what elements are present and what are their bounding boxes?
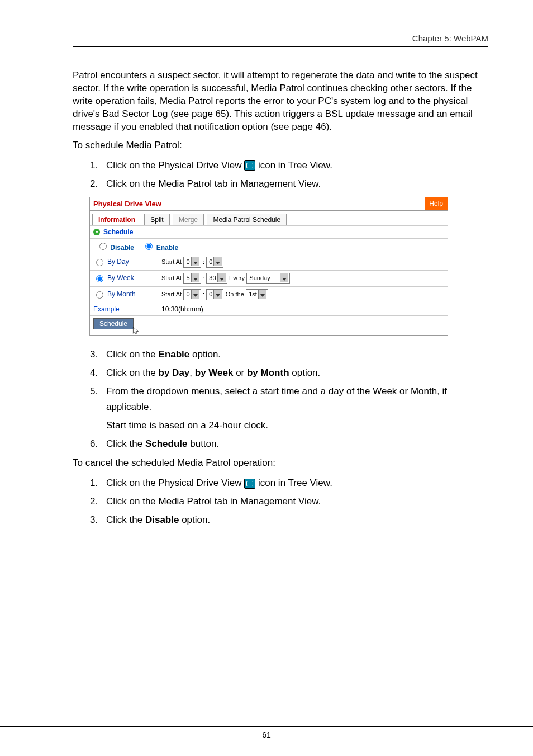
by-week-row: By Week Start At 5 : 30 Every Sunday — [90, 271, 448, 287]
by-day-row: By Day Start At 0 : 0 — [90, 254, 448, 271]
steps-list-b: Click on the Enable option. Click on the… — [73, 347, 488, 451]
week-hour-select[interactable]: 5 — [183, 273, 201, 284]
example-row: Example 10:30(hh:mm) — [90, 303, 448, 316]
by-month-option[interactable]: By Month — [93, 290, 136, 299]
chevron-down-icon — [213, 290, 222, 299]
cancel-step-3: Click the Disable option. — [101, 512, 488, 527]
week-min-select[interactable]: 30 — [206, 273, 227, 284]
tab-split[interactable]: Split — [144, 214, 169, 225]
disable-option[interactable]: Disable — [97, 244, 134, 252]
by-week-option[interactable]: By Week — [93, 273, 134, 282]
tabs-row: Information Split Merge Media Patrol Sch… — [90, 211, 448, 225]
by-day-option[interactable]: By Day — [93, 257, 129, 266]
step-4: Click on the by Day, by Week or by Month… — [101, 365, 488, 380]
cancel-step-2: Click on the Media Patrol tab in Managem… — [101, 494, 488, 509]
enable-disable-row: Disable Enable — [90, 238, 448, 254]
chevron-down-icon — [258, 290, 266, 299]
enable-option[interactable]: Enable — [142, 244, 178, 252]
schedule-button[interactable]: Schedule — [93, 318, 134, 329]
day-min-select[interactable]: 0 — [206, 257, 223, 268]
by-day-radio[interactable] — [96, 259, 103, 266]
day-hour-select[interactable]: 0 — [183, 257, 201, 268]
cursor-icon — [132, 326, 140, 336]
schedule-table: By Day Start At 0 : 0 By Week Start At 5… — [90, 254, 448, 315]
management-panel: Physical Drive View Help Information Spl… — [89, 197, 448, 336]
step-5: From the dropdown menus, select a start … — [101, 384, 488, 433]
step-5-note: Start time is based on a 24-hour clock. — [106, 418, 488, 433]
physical-drive-view-icon — [244, 479, 255, 489]
cancel-intro: To cancel the scheduled Media Patrol ope… — [73, 457, 488, 470]
steps-list-schedule: Click on the Physical Drive View icon in… — [73, 158, 488, 191]
by-week-radio[interactable] — [96, 275, 103, 282]
by-month-row: By Month Start At 0 : 0 On the 1st — [90, 287, 448, 303]
step-2: Click on the Media Patrol tab in Managem… — [101, 176, 488, 191]
enable-radio[interactable] — [145, 243, 153, 250]
panel-titlebar: Physical Drive View Help — [90, 197, 448, 211]
physical-drive-view-icon — [244, 160, 255, 171]
page-number: 61 — [262, 730, 271, 739]
schedule-intro: To schedule Media Patrol: — [73, 139, 488, 152]
disable-radio[interactable] — [99, 243, 107, 250]
tab-merge: Merge — [173, 214, 204, 225]
chevron-down-icon — [191, 257, 199, 266]
tab-information[interactable]: Information — [92, 214, 141, 225]
step-6: Click the Schedule button. — [101, 436, 488, 451]
page-header: Chapter 5: WebPAM — [73, 34, 488, 47]
cancel-step-1: Click on the Physical Drive View icon in… — [101, 475, 488, 490]
button-row: Schedule — [90, 315, 448, 335]
chapter-title: Chapter 5: WebPAM — [412, 34, 488, 43]
panel-title: Physical Drive View — [90, 197, 165, 210]
help-button[interactable]: Help — [425, 197, 448, 210]
chevron-down-icon — [213, 257, 222, 266]
schedule-section-header[interactable]: ▾ Schedule — [90, 225, 448, 238]
steps-list-cancel: Click on the Physical Drive View icon in… — [73, 475, 488, 528]
example-value: 10:30(hh:mm) — [158, 303, 448, 316]
step-1: Click on the Physical Drive View icon in… — [101, 158, 488, 173]
schedule-label: Schedule — [103, 228, 133, 236]
month-min-select[interactable]: 0 — [206, 289, 223, 300]
chevron-down-icon — [217, 273, 226, 282]
by-month-radio[interactable] — [96, 291, 103, 299]
chevron-down-icon — [280, 273, 288, 282]
chevron-down-icon — [191, 290, 199, 299]
step-3: Click on the Enable option. — [101, 347, 488, 362]
page-footer: 61 — [0, 726, 533, 739]
tab-media-patrol-schedule[interactable]: Media Patrol Schedule — [207, 214, 287, 225]
month-day-select[interactable]: 1st — [246, 289, 268, 300]
example-label: Example — [90, 303, 158, 316]
month-hour-select[interactable]: 0 — [183, 289, 201, 300]
expand-icon: ▾ — [93, 229, 100, 235]
week-day-select[interactable]: Sunday — [246, 273, 290, 284]
intro-paragraph: Patrol encounters a suspect sector, it w… — [73, 69, 488, 134]
chevron-down-icon — [191, 273, 199, 282]
